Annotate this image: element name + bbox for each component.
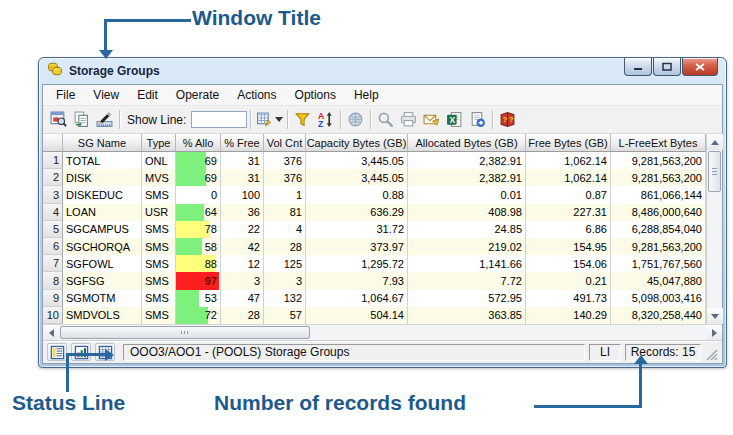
cell-capacity[interactable]: 7.93 <box>306 272 408 289</box>
cell-allocated[interactable]: 0.01 <box>408 186 526 203</box>
row-number[interactable]: 3 <box>43 186 63 203</box>
cell-allocated[interactable]: 572.95 <box>408 290 526 307</box>
table-row[interactable]: 1TOTALONL69313763,445.052,382.911,062.14… <box>43 152 706 169</box>
horizontal-scroll-thumb[interactable] <box>60 326 310 339</box>
cell-pct-allo[interactable]: 72 <box>176 307 221 324</box>
cell-free[interactable]: 6.86 <box>526 221 611 238</box>
menu-item-edit[interactable]: Edit <box>128 86 167 104</box>
horizontal-scrollbar[interactable] <box>43 324 722 340</box>
cell-capacity[interactable]: 1,295.72 <box>306 255 408 272</box>
column-header-sg-name[interactable]: SG Name <box>63 134 142 152</box>
cell-allocated[interactable]: 408.98 <box>408 204 526 221</box>
menu-item-options[interactable]: Options <box>286 86 345 104</box>
table-row[interactable]: 2DISKMVS69313763,445.052,382.911,062.149… <box>43 169 706 186</box>
view-table-icon[interactable] <box>47 109 70 131</box>
resize-grip[interactable] <box>705 348 718 361</box>
table-row[interactable]: 3DISKEDUCSMS010010.880.010.87861,066,144 <box>43 186 706 203</box>
export-launch-icon[interactable] <box>466 109 489 131</box>
cell-vol-cnt[interactable]: 132 <box>264 290 306 307</box>
cell-l-freeext[interactable]: 8,320,258,440 <box>611 307 706 324</box>
cell-type[interactable]: SMS <box>142 307 176 324</box>
cell-type[interactable]: SMS <box>142 186 176 203</box>
cell-free[interactable]: 0.21 <box>526 272 611 289</box>
row-number[interactable]: 2 <box>43 169 63 186</box>
cell-type[interactable]: SMS <box>142 255 176 272</box>
cell-l-freeext[interactable]: 1,751,767,560 <box>611 255 706 272</box>
cell-sg-name[interactable]: TOTAL <box>63 152 142 169</box>
cell-sg-name[interactable]: DISK <box>63 169 142 186</box>
cell-allocated[interactable]: 24.85 <box>408 221 526 238</box>
table-row[interactable]: 8SGFSGSMS97337.937.720.2145,047,880 <box>43 272 706 289</box>
cell-free[interactable]: 1,062.14 <box>526 152 611 169</box>
cell-pct-allo[interactable]: 88 <box>176 255 221 272</box>
scroll-right-button[interactable] <box>706 325 722 341</box>
scroll-left-button[interactable] <box>43 325 59 341</box>
cell-free[interactable]: 154.06 <box>526 255 611 272</box>
cell-sg-name[interactable]: LOAN <box>63 204 142 221</box>
mail-icon[interactable] <box>420 109 443 131</box>
cell-pct-free[interactable]: 42 <box>221 238 264 255</box>
cell-pct-free[interactable]: 28 <box>221 307 264 324</box>
row-number[interactable]: 7 <box>43 255 63 272</box>
menu-item-actions[interactable]: Actions <box>228 86 285 104</box>
cell-allocated[interactable]: 2,382.91 <box>408 169 526 186</box>
title-bar[interactable]: Storage Groups <box>39 58 726 84</box>
cell-l-freeext[interactable]: 861,066,144 <box>611 186 706 203</box>
cell-vol-cnt[interactable]: 81 <box>264 204 306 221</box>
row-number[interactable]: 4 <box>43 204 63 221</box>
cell-type[interactable]: USR <box>142 204 176 221</box>
scroll-down-button[interactable] <box>707 308 723 324</box>
cell-free[interactable]: 0.87 <box>526 186 611 203</box>
cell-vol-cnt[interactable]: 376 <box>264 169 306 186</box>
print-icon[interactable] <box>397 109 420 131</box>
cell-pct-free[interactable]: 36 <box>221 204 264 221</box>
row-number[interactable]: 9 <box>43 290 63 307</box>
cell-vol-cnt[interactable]: 4 <box>264 221 306 238</box>
cell-sg-name[interactable]: SGCHORQA <box>63 238 142 255</box>
cell-free[interactable]: 140.29 <box>526 307 611 324</box>
column-header-pct-allo[interactable]: % Allo <box>176 134 221 152</box>
cell-pct-free[interactable]: 31 <box>221 169 264 186</box>
refresh-globe-icon[interactable] <box>344 109 367 131</box>
cell-vol-cnt[interactable]: 3 <box>264 272 306 289</box>
table-row[interactable]: 9SGMOTMSMS53471321,064.67572.95491.735,0… <box>43 290 706 307</box>
cell-l-freeext[interactable]: 9,281,563,200 <box>611 152 706 169</box>
cell-vol-cnt[interactable]: 57 <box>264 307 306 324</box>
find-icon[interactable] <box>374 109 397 131</box>
row-number[interactable]: 1 <box>43 152 63 169</box>
cell-capacity[interactable]: 3,445.05 <box>306 152 408 169</box>
cell-type[interactable]: SMS <box>142 290 176 307</box>
table-view-icon[interactable] <box>47 343 67 361</box>
column-header-vol-cnt[interactable]: Vol Cnt <box>264 134 306 152</box>
cell-pct-free[interactable]: 3 <box>221 272 264 289</box>
filter-icon[interactable] <box>291 109 314 131</box>
cell-type[interactable]: SMS <box>142 221 176 238</box>
cell-pct-allo[interactable]: 0 <box>176 186 221 203</box>
cell-free[interactable]: 1,062.14 <box>526 169 611 186</box>
cell-capacity[interactable]: 31.72 <box>306 221 408 238</box>
menu-item-help[interactable]: Help <box>345 86 388 104</box>
column-header-allocated[interactable]: Allocated Bytes (GB) <box>408 134 526 152</box>
table-row[interactable]: 5SGCAMPUSSMS7822431.7224.856.866,288,854… <box>43 221 706 238</box>
cell-l-freeext[interactable]: 9,281,563,200 <box>611 169 706 186</box>
cell-sg-name[interactable]: SGFOWL <box>63 255 142 272</box>
cell-l-freeext[interactable]: 6,288,854,040 <box>611 221 706 238</box>
cell-type[interactable]: SMS <box>142 272 176 289</box>
cell-vol-cnt[interactable]: 376 <box>264 152 306 169</box>
edit-pencil-icon[interactable] <box>93 109 116 131</box>
cell-sg-name[interactable]: DISKEDUC <box>63 186 142 203</box>
cell-free[interactable]: 227.31 <box>526 204 611 221</box>
row-number[interactable]: 8 <box>43 272 63 289</box>
cell-vol-cnt[interactable]: 1 <box>264 186 306 203</box>
cell-capacity[interactable]: 636.29 <box>306 204 408 221</box>
menu-item-file[interactable]: File <box>47 86 84 104</box>
cell-pct-allo[interactable]: 69 <box>176 169 221 186</box>
column-header-rownum[interactable] <box>43 134 63 152</box>
cell-l-freeext[interactable]: 45,047,880 <box>611 272 706 289</box>
menu-item-view[interactable]: View <box>84 86 128 104</box>
maximize-button[interactable] <box>653 58 681 76</box>
horizontal-scroll-track[interactable] <box>59 325 706 340</box>
cell-type[interactable]: SMS <box>142 238 176 255</box>
table-row[interactable]: 7SGFOWLSMS88121251,295.721,141.66154.061… <box>43 255 706 272</box>
cell-pct-allo[interactable]: 64 <box>176 204 221 221</box>
